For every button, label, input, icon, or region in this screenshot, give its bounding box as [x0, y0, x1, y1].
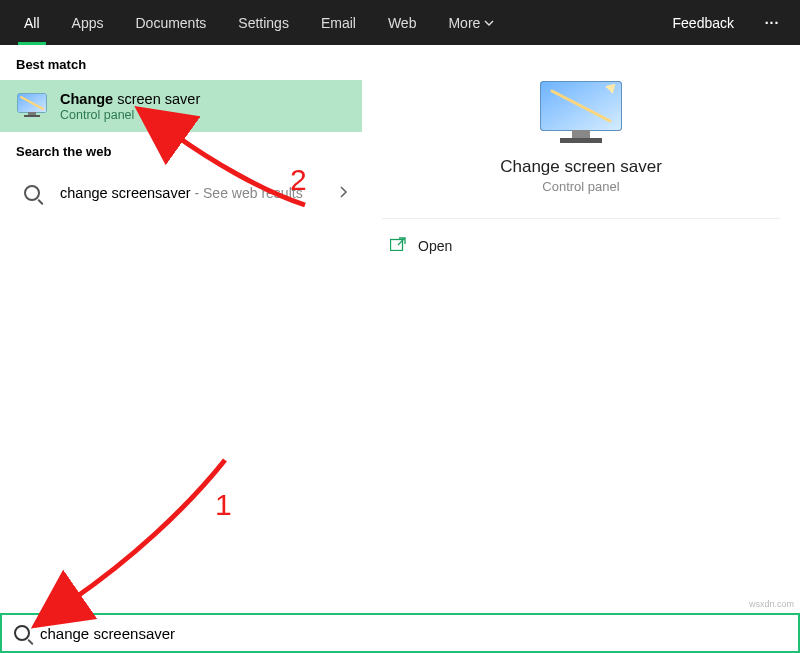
open-icon — [390, 237, 406, 254]
search-input[interactable] — [40, 625, 786, 642]
nav-right: Feedback ··· — [659, 15, 800, 31]
web-query: change screensaver — [60, 185, 191, 201]
preview-title: Change screen saver — [382, 157, 780, 177]
search-bar[interactable] — [0, 613, 800, 653]
result-subtitle: Control panel — [60, 108, 200, 122]
watermark: wsxdn.com — [749, 599, 794, 609]
chevron-right-icon — [338, 185, 348, 201]
tab-documents[interactable]: Documents — [119, 0, 222, 45]
tab-email[interactable]: Email — [305, 0, 372, 45]
main-content: Best match Change screen saver Control p… — [0, 45, 800, 613]
svg-rect-3 — [24, 115, 40, 117]
tab-more[interactable]: More — [432, 0, 510, 45]
chevron-down-icon — [484, 18, 494, 28]
nav-tabs: All Apps Documents Settings Email Web Mo… — [0, 0, 659, 45]
preview-subtitle: Control panel — [382, 179, 780, 194]
open-label: Open — [418, 238, 452, 254]
result-text: Change screen saver Control panel — [60, 91, 200, 122]
monitor-icon — [16, 90, 48, 122]
more-label: More — [448, 15, 480, 31]
search-web-label: Search the web — [0, 132, 362, 167]
svg-rect-2 — [28, 112, 36, 115]
search-icon — [14, 625, 30, 641]
result-title: Change screen saver — [60, 91, 200, 107]
monitor-large-icon — [538, 79, 624, 145]
search-filter-navbar: All Apps Documents Settings Email Web Mo… — [0, 0, 800, 45]
preview-panel: Change screen saver Control panel Open — [362, 45, 800, 613]
svg-rect-6 — [572, 130, 590, 138]
tab-web[interactable]: Web — [372, 0, 433, 45]
best-match-label: Best match — [0, 45, 362, 80]
tab-apps[interactable]: Apps — [56, 0, 120, 45]
web-suffix: - See web results — [191, 185, 303, 201]
web-result-text: change screensaver - See web results — [60, 184, 303, 202]
svg-rect-7 — [560, 138, 602, 143]
more-options-button[interactable]: ··· — [752, 15, 792, 31]
results-panel: Best match Change screen saver Control p… — [0, 45, 362, 613]
web-result-item[interactable]: change screensaver - See web results — [0, 167, 362, 219]
svg-rect-8 — [391, 240, 403, 251]
search-icon — [16, 177, 48, 209]
preview-header: Change screen saver Control panel — [382, 45, 780, 219]
open-action[interactable]: Open — [362, 219, 800, 272]
feedback-button[interactable]: Feedback — [659, 15, 748, 31]
result-change-screen-saver[interactable]: Change screen saver Control panel — [0, 80, 362, 132]
tab-all[interactable]: All — [8, 0, 56, 45]
tab-settings[interactable]: Settings — [222, 0, 305, 45]
